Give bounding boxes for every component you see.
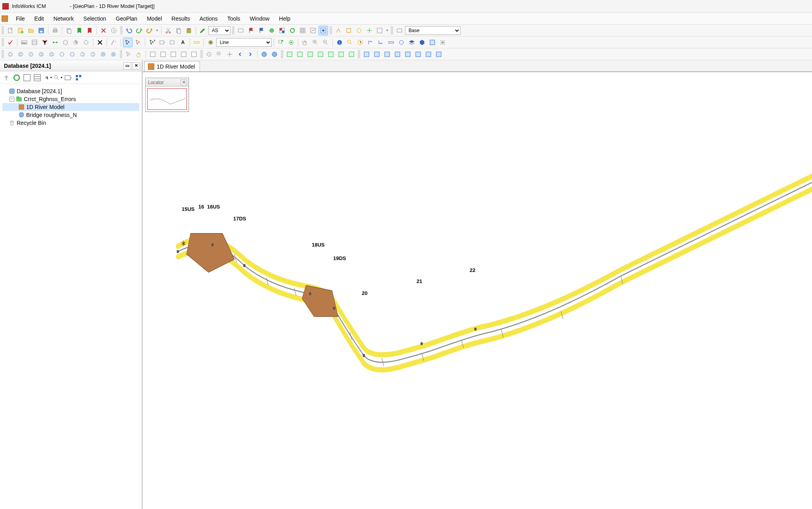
toolbar-grip[interactable]	[358, 50, 360, 58]
next-view-button[interactable]	[246, 50, 255, 59]
table1-button[interactable]	[148, 50, 157, 59]
menu-tools[interactable]: Tools	[223, 14, 245, 23]
toolbar-grip[interactable]	[120, 50, 122, 58]
layer-button[interactable]	[407, 38, 417, 47]
sim-step-button[interactable]	[36, 50, 46, 59]
sim-pause-button[interactable]	[26, 50, 36, 59]
zoom-out2-button[interactable]	[215, 50, 224, 59]
toolbar-grip[interactable]	[391, 27, 393, 34]
menu-help[interactable]: Help	[274, 14, 295, 23]
zoom-selection-button[interactable]	[276, 38, 286, 47]
blue-f-button[interactable]	[413, 50, 423, 59]
zoom-out-tool[interactable]	[321, 38, 330, 47]
2d-b-button[interactable]	[295, 50, 305, 59]
nodes-button[interactable]	[40, 38, 50, 47]
sim-last-button[interactable]	[88, 50, 98, 59]
tree-network[interactable]: 1D River Model	[2, 103, 139, 111]
history-button[interactable]	[355, 38, 365, 47]
globe-button[interactable]	[259, 50, 269, 59]
grid2-button[interactable]	[30, 38, 39, 47]
tool-dropdown[interactable]	[385, 26, 389, 35]
panel-close-button[interactable]: ✕	[132, 62, 140, 69]
trace-all-button[interactable]	[397, 38, 406, 47]
panel-restore-button[interactable]: ▭	[123, 62, 131, 69]
2d-g-button[interactable]	[347, 50, 356, 59]
sim-first-button[interactable]	[6, 50, 15, 59]
menu-results[interactable]: Results	[167, 14, 195, 23]
print-button[interactable]	[50, 26, 60, 35]
sim-stop-button[interactable]	[57, 50, 67, 59]
tool-d-button[interactable]	[365, 26, 374, 35]
text-tool[interactable]: A	[178, 38, 188, 47]
sort-button[interactable]: A	[43, 73, 52, 82]
refresh-button[interactable]	[288, 26, 297, 35]
tool-e-button[interactable]	[375, 26, 384, 35]
toolbar-grip[interactable]	[232, 27, 234, 34]
menu-geoplan[interactable]: GeoPlan	[111, 14, 142, 23]
tree-dataset[interactable]: Bridge roughness_N	[2, 111, 139, 119]
locator-body[interactable]	[146, 87, 188, 111]
export-button[interactable]	[63, 73, 73, 82]
scenario-button[interactable]	[395, 26, 404, 35]
open-button[interactable]	[26, 26, 36, 35]
locator-close-button[interactable]: ✕	[180, 79, 187, 86]
list-button[interactable]	[33, 73, 42, 82]
cut-button[interactable]	[163, 26, 173, 35]
new-button[interactable]	[6, 26, 15, 35]
sql-button[interactable]: SQL	[19, 38, 29, 47]
tool-b-button[interactable]	[344, 26, 353, 35]
table4-button[interactable]	[179, 50, 188, 59]
tab-geoplan[interactable]: 1D River Model	[144, 61, 200, 71]
zoom-in-tool[interactable]	[311, 38, 320, 47]
trace-between-button[interactable]	[386, 38, 396, 47]
paste-button[interactable]	[184, 26, 194, 35]
geometry-type-select[interactable]: Line	[216, 38, 272, 47]
copy-geom-tool[interactable]	[168, 38, 177, 47]
select-upstream-button[interactable]	[71, 38, 81, 47]
geoplan-canvas[interactable]: ✶ 15US 16 16US 17DS 18US 19DS 20 21 22 L…	[143, 72, 812, 509]
tree-root[interactable]: Database [2024.1]	[2, 87, 139, 95]
blue-e-button[interactable]	[403, 50, 413, 59]
new-object-tool[interactable]: +	[206, 38, 215, 47]
import-button[interactable]	[74, 73, 83, 82]
sim-end-button[interactable]	[109, 50, 118, 59]
commit-button[interactable]	[75, 26, 84, 35]
trace-ds-button[interactable]	[376, 38, 386, 47]
blue-a-button[interactable]	[362, 50, 371, 59]
results-button[interactable]	[308, 26, 318, 35]
theme-button[interactable]	[277, 26, 287, 35]
blue-g-button[interactable]	[424, 50, 433, 59]
blue-d-button[interactable]	[393, 50, 402, 59]
prev-view-button[interactable]	[235, 50, 245, 59]
2d-c-button[interactable]	[305, 50, 315, 59]
copy-button[interactable]	[64, 26, 74, 35]
sim-play-button[interactable]	[47, 50, 56, 59]
menu-selection[interactable]: Selection	[79, 14, 111, 23]
select-downstream-button[interactable]	[81, 38, 91, 47]
toolbar-grip[interactable]	[120, 27, 123, 34]
collapse-toggle[interactable]: −	[10, 97, 14, 101]
redo-dropdown[interactable]	[155, 26, 159, 35]
menu-file[interactable]: File	[11, 14, 30, 23]
pointer-star-tool[interactable]: ✕	[147, 38, 157, 47]
refresh-db-button[interactable]	[12, 73, 21, 82]
filter-button[interactable]	[22, 73, 32, 82]
trace-us-button[interactable]	[366, 38, 375, 47]
table3-button[interactable]	[169, 50, 178, 59]
blue-b-button[interactable]	[372, 50, 382, 59]
sim-fwd-button[interactable]	[78, 50, 87, 59]
up-button[interactable]	[2, 73, 11, 82]
menu-edit[interactable]: Edit	[30, 14, 49, 23]
2d-e-button[interactable]	[326, 50, 336, 59]
tool-c-button[interactable]	[354, 26, 364, 35]
target-button[interactable]	[204, 50, 214, 59]
geoplan-button[interactable]	[319, 26, 328, 35]
table5-button[interactable]	[189, 50, 199, 59]
toolbar-grip[interactable]	[200, 50, 203, 58]
help-button[interactable]: ?	[109, 26, 119, 35]
blue-h-button[interactable]	[434, 50, 443, 59]
2d-a-button[interactable]	[285, 50, 294, 59]
menu-window[interactable]: Window	[245, 14, 275, 23]
redo-split-button[interactable]	[145, 26, 154, 35]
snap-button[interactable]	[286, 38, 296, 47]
